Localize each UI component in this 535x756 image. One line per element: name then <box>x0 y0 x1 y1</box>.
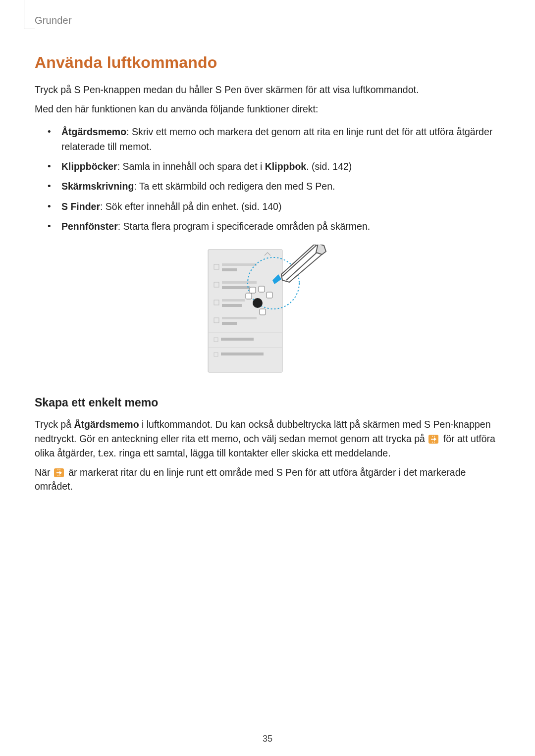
svg-rect-9 <box>222 304 242 307</box>
subheading: Skapa ett enkelt memo <box>35 396 500 409</box>
feature-desc: : Sök efter innehåll på din enhet. (sid.… <box>100 201 281 212</box>
content: Använda luftkommando Tryck på S Pen-knap… <box>35 53 500 499</box>
svg-rect-21 <box>246 293 252 299</box>
header-rule-vertical <box>24 0 24 29</box>
feature-term: Klippböcker <box>61 161 117 172</box>
header-rule-horizontal <box>24 29 35 29</box>
list-item: Klippböcker: Samla in innehåll och spara… <box>48 159 500 174</box>
feature-term: Pennfönster <box>61 221 118 232</box>
feature-desc: : Samla in innehåll och spara det i <box>117 161 265 172</box>
figure-air-command <box>35 245 500 373</box>
feature-desc: : Skriv ett memo och markera det genom a… <box>61 126 492 152</box>
svg-marker-30 <box>316 245 326 254</box>
air-command-illustration <box>203 245 332 373</box>
svg-rect-15 <box>221 338 254 341</box>
page-title: Använda luftkommando <box>35 53 500 72</box>
svg-rect-5 <box>222 281 257 284</box>
text: När <box>35 467 53 478</box>
feature-desc-bold: Klippbok <box>265 161 306 172</box>
svg-rect-25 <box>260 309 266 315</box>
svg-rect-6 <box>222 286 250 289</box>
feature-term: Skärmskrivning <box>61 181 134 192</box>
svg-rect-18 <box>221 353 264 355</box>
feature-term: Åtgärdsmemo <box>61 126 126 137</box>
svg-rect-8 <box>222 299 245 302</box>
list-item: Skärmskrivning: Ta ett skärmbild och red… <box>48 179 500 194</box>
intro-paragraph-1: Tryck på S Pen-knappen medan du håller S… <box>35 83 500 97</box>
text: är markerat ritar du en linje runt ett o… <box>35 467 466 492</box>
list-item: S Finder: Sök efter innehåll på din enhe… <box>48 199 500 214</box>
feature-term: S Finder <box>61 201 100 212</box>
svg-rect-11 <box>222 317 257 319</box>
feature-list: Åtgärdsmemo: Skriv ett memo och markera … <box>48 124 500 234</box>
svg-rect-2 <box>222 263 257 266</box>
memo-term-bold: Åtgärdsmemo <box>74 419 139 430</box>
svg-rect-12 <box>222 322 237 325</box>
intro-paragraph-2: Med den här funktionen kan du använda fö… <box>35 102 500 116</box>
text: Tryck på <box>35 419 74 430</box>
action-select-icon <box>54 468 64 477</box>
svg-rect-23 <box>259 286 265 292</box>
page-number: 35 <box>0 734 535 744</box>
svg-rect-22 <box>250 287 256 293</box>
list-item: Åtgärdsmemo: Skriv ett memo och markera … <box>48 124 500 154</box>
section-label: Grunder <box>35 15 72 26</box>
action-select-icon <box>428 435 438 444</box>
svg-point-20 <box>253 298 263 308</box>
svg-rect-3 <box>222 268 237 271</box>
memo-paragraph-2: När är markerat ritar du en linje runt e… <box>35 465 500 494</box>
feature-desc: : Ta ett skärmbild och redigera den med … <box>134 181 335 192</box>
list-item: Pennfönster: Starta flera program i spec… <box>48 219 500 234</box>
memo-paragraph-1: Tryck på Åtgärdsmemo i luftkommandot. Du… <box>35 417 500 460</box>
feature-desc: : Starta flera program i specificerade o… <box>118 221 370 232</box>
svg-rect-24 <box>267 292 272 298</box>
page: Grunder Använda luftkommando Tryck på S … <box>0 0 535 756</box>
feature-desc: . (sid. 142) <box>306 161 352 172</box>
